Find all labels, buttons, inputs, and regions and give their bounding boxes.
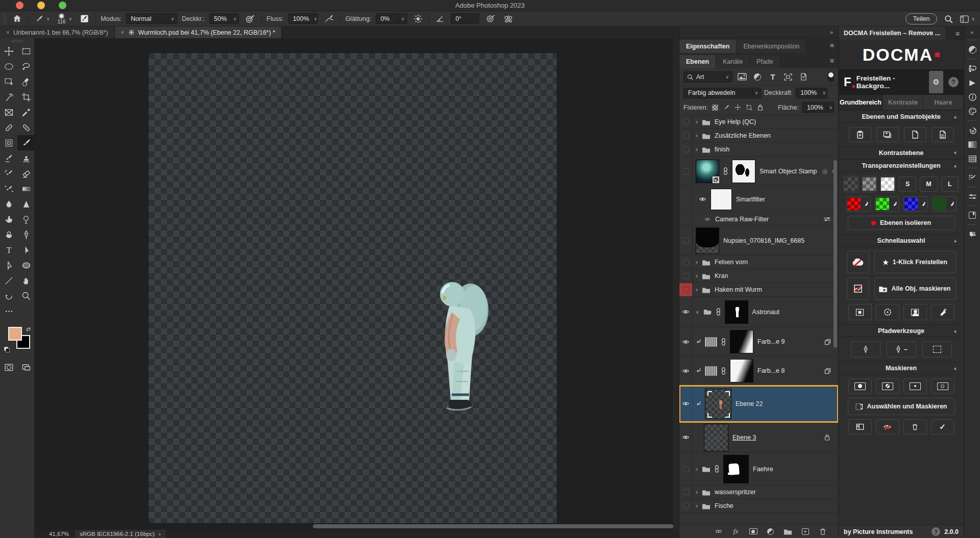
- layer-thumbnail[interactable]: [696, 227, 719, 254]
- sharpen-tool[interactable]: [17, 196, 35, 212]
- tab-kontraste[interactable]: Kontraste: [883, 95, 923, 110]
- symmetry-butterfly-icon[interactable]: [502, 13, 515, 25]
- brush-tool-preset[interactable]: ∨: [33, 13, 52, 25]
- document-transparency-checkerboard[interactable]: [149, 53, 557, 523]
- crop-tool[interactable]: [17, 89, 35, 105]
- chevron-right-icon[interactable]: ›: [696, 118, 698, 125]
- art-history-brush-tool[interactable]: [0, 181, 17, 196]
- canvas-area[interactable]: [35, 38, 679, 530]
- blue-background-button[interactable]: [903, 196, 928, 212]
- layer-row-faehre[interactable]: › Faehre: [679, 453, 838, 485]
- layer-row-wasserspritzer[interactable]: › wasserspritzer: [679, 485, 838, 499]
- size-l-button[interactable]: L: [941, 176, 959, 192]
- select-subject-button[interactable]: [848, 304, 872, 320]
- visibility-toggle[interactable]: [679, 485, 693, 499]
- filter-type-select[interactable]: Art ∨: [683, 71, 732, 83]
- patterns-panel-icon[interactable]: [964, 151, 980, 166]
- layer-row-kran[interactable]: › Kran: [679, 269, 838, 283]
- chevron-right-icon[interactable]: ›: [696, 286, 698, 293]
- canvas-vertical-scrollbar[interactable]: [672, 38, 679, 530]
- magic-wand-tool[interactable]: [0, 89, 17, 105]
- layer-mask-thumbnail[interactable]: [730, 330, 753, 353]
- visibility-toggle[interactable]: [679, 327, 693, 356]
- eye-icon[interactable]: [704, 217, 711, 222]
- tab-haare[interactable]: Haare: [923, 95, 964, 110]
- mask-dot-button[interactable]: [903, 378, 927, 394]
- airbrush-icon[interactable]: [484, 13, 497, 25]
- remove-background-layer-button[interactable]: [847, 277, 869, 300]
- spot-healing-brush-tool[interactable]: [0, 120, 17, 135]
- toggle-brush-settings-button[interactable]: [78, 13, 91, 25]
- mask-link-icon[interactable]: [723, 167, 728, 175]
- layer-thumbnail[interactable]: [705, 389, 731, 419]
- apply-mask-button[interactable]: ✓: [931, 419, 954, 434]
- tab-unbenannt[interactable]: × Unbenannt-1 bei 66,7% (RGB/8*): [0, 27, 115, 38]
- path-selection-area-button[interactable]: [922, 341, 952, 357]
- size-s-button[interactable]: S: [899, 176, 916, 192]
- eyedropper-tool[interactable]: [17, 105, 35, 120]
- smart-filter-badge-icon[interactable]: ◎: [822, 168, 827, 175]
- lock-transparency-icon[interactable]: [712, 104, 719, 111]
- section-schnellauswahl[interactable]: Schnellauswahl▲: [839, 234, 964, 247]
- hand-tool[interactable]: [17, 273, 35, 288]
- panel-menu-icon[interactable]: ≡: [830, 57, 834, 65]
- adjustment-layer-thumbnail[interactable]: [705, 366, 717, 376]
- filter-smart-objects-icon[interactable]: [798, 72, 809, 82]
- quick-selection-tool[interactable]: [17, 74, 35, 89]
- edit-toolbar-ellipsis[interactable]: [0, 303, 17, 319]
- tab-kanaele[interactable]: Kanäle: [716, 55, 750, 68]
- lasso-tool[interactable]: [17, 59, 35, 74]
- move-tool[interactable]: [0, 43, 17, 59]
- blur-tool[interactable]: [0, 196, 17, 212]
- home-button[interactable]: [11, 13, 23, 25]
- visibility-toggle[interactable]: [679, 297, 693, 327]
- quick-mask-button[interactable]: [0, 360, 17, 375]
- panel-menu-icon[interactable]: ≡: [830, 41, 834, 49]
- visibility-toggle[interactable]: [679, 255, 693, 269]
- mask-link-icon[interactable]: [716, 308, 721, 316]
- layer-mask-thumbnail[interactable]: [730, 359, 753, 382]
- visibility-toggle[interactable]: [679, 226, 693, 255]
- object-selection-tool[interactable]: [0, 74, 17, 89]
- darkgreen-background-button[interactable]: [932, 196, 957, 212]
- alle-obj-maskieren-button[interactable]: Alle Obj. maskieren: [874, 277, 956, 300]
- docma-panel-tab[interactable]: DOCMA Freistellen – Remove ...: [839, 27, 945, 40]
- new-layer-from-selection-button[interactable]: [876, 127, 899, 142]
- layer-mask-thumbnail[interactable]: [732, 160, 755, 183]
- layer-row-smart-object-stamp[interactable]: Smart Object Stamp ◎ ∧: [679, 157, 838, 186]
- zoom-level[interactable]: 41,67%: [49, 531, 69, 537]
- layer-thumbnail[interactable]: [704, 424, 728, 451]
- mask-panel-button[interactable]: [848, 419, 872, 434]
- layer-row-smartfilter[interactable]: Smartfilter: [679, 186, 838, 213]
- patch-tool[interactable]: [0, 135, 17, 150]
- section-ebenen-smartobjekte[interactable]: Ebenen und Smartobjekte▲: [839, 110, 964, 123]
- zoom-tool[interactable]: [17, 288, 35, 303]
- add-adjustment-layer-icon[interactable]: [766, 527, 775, 535]
- dodge-tool[interactable]: [17, 212, 35, 227]
- mask-link-icon[interactable]: [721, 338, 726, 346]
- tab-grundbereich[interactable]: Grundbereich: [839, 95, 883, 110]
- actions-panel-icon[interactable]: ▶: [964, 75, 980, 90]
- swap-colors-icon[interactable]: ⇄: [26, 326, 31, 332]
- foreground-color-swatch[interactable]: [8, 327, 22, 341]
- chevron-right-icon[interactable]: ›: [696, 489, 698, 496]
- elliptical-marquee-tool[interactable]: [0, 59, 17, 74]
- one-click-freistellen-button[interactable]: ★ 1-Klick Freistellen: [874, 251, 956, 273]
- tool-presets-panel-icon[interactable]: [964, 189, 980, 203]
- tab-eigenschaften[interactable]: Eigenschaften: [679, 40, 737, 53]
- pen-path-button[interactable]: [851, 341, 880, 357]
- visibility-toggle[interactable]: [679, 115, 693, 129]
- size-m-button[interactable]: M: [920, 176, 937, 192]
- green-background-button[interactable]: [875, 196, 899, 212]
- section-pfadwerkzeuge[interactable]: Pfadwerkzeuge▲: [839, 324, 964, 337]
- mask-link-icon[interactable]: [715, 465, 719, 473]
- mixer-brush-tool[interactable]: [0, 150, 17, 166]
- filter-image-layers-icon[interactable]: [737, 72, 748, 82]
- teilen-button[interactable]: Teilen: [905, 13, 938, 24]
- new-group-icon[interactable]: [783, 527, 792, 535]
- copy-to-clipboard-button[interactable]: P: [849, 127, 871, 142]
- chevron-right-icon[interactable]: ›: [696, 132, 698, 139]
- color-profile-chip[interactable]: sRGB IEC61966-2.1 (16bpc) ›: [75, 530, 165, 538]
- clone-stamp-tool[interactable]: [17, 150, 35, 166]
- ellipse-shape-tool[interactable]: [17, 258, 35, 273]
